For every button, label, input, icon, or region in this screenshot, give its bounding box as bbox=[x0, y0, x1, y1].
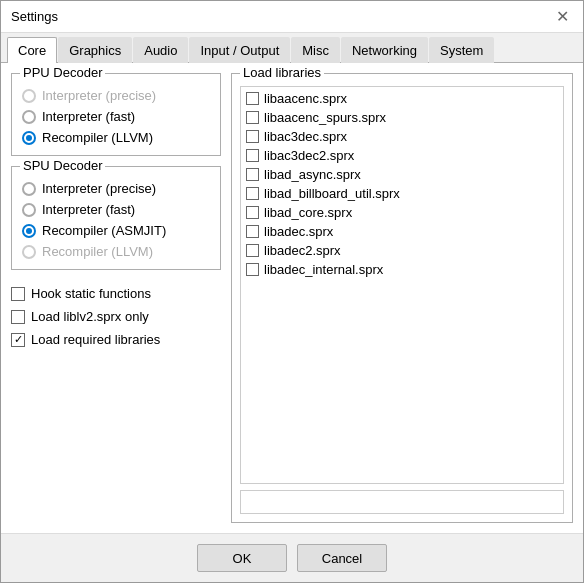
lib-name-2: libac3dec.sprx bbox=[264, 129, 347, 144]
ppu-radio-circle-0 bbox=[22, 89, 36, 103]
lib-name-9: libadec_internal.sprx bbox=[264, 262, 383, 277]
spu-radio-label-0: Interpreter (precise) bbox=[42, 181, 156, 196]
spu-radio-circle-2 bbox=[22, 224, 36, 238]
checkbox-label-1: Load liblv2.sprx only bbox=[31, 309, 149, 324]
tab-networking[interactable]: Networking bbox=[341, 37, 428, 63]
checkbox-box-2: ✓ bbox=[11, 333, 25, 347]
lib-item-3[interactable]: libac3dec2.sprx bbox=[244, 147, 560, 164]
lib-name-4: libad_async.sprx bbox=[264, 167, 361, 182]
left-panel: PPU Decoder Interpreter (precise)Interpr… bbox=[11, 73, 221, 523]
ppu-radio-label-0: Interpreter (precise) bbox=[42, 88, 156, 103]
tab-audio[interactable]: Audio bbox=[133, 37, 188, 63]
library-list[interactable]: libaacenc.sprxlibaacenc_spurs.sprxlibac3… bbox=[240, 86, 564, 484]
ppu-decoder-group: PPU Decoder Interpreter (precise)Interpr… bbox=[11, 73, 221, 156]
load-libraries-panel: Load libraries libaacenc.sprxlibaacenc_s… bbox=[231, 73, 573, 523]
footer: OK Cancel bbox=[1, 533, 583, 582]
lib-name-3: libac3dec2.sprx bbox=[264, 148, 354, 163]
checkbox-item-0[interactable]: Hook static functions bbox=[11, 286, 221, 301]
lib-item-9[interactable]: libadec_internal.sprx bbox=[244, 261, 560, 278]
library-search[interactable] bbox=[240, 490, 564, 514]
lib-name-7: libadec.sprx bbox=[264, 224, 333, 239]
spu-option-3: Recompiler (LLVM) bbox=[22, 244, 210, 259]
spu-radio-circle-1 bbox=[22, 203, 36, 217]
checkbox-item-1[interactable]: Load liblv2.sprx only bbox=[11, 309, 221, 324]
lib-item-0[interactable]: libaacenc.sprx bbox=[244, 90, 560, 107]
lib-item-8[interactable]: libadec2.sprx bbox=[244, 242, 560, 259]
ppu-option-2[interactable]: Recompiler (LLVM) bbox=[22, 130, 210, 145]
lib-checkbox-3[interactable] bbox=[246, 149, 259, 162]
spu-radio-circle-0 bbox=[22, 182, 36, 196]
spu-decoder-group: SPU Decoder Interpreter (precise)Interpr… bbox=[11, 166, 221, 270]
checkmark-2: ✓ bbox=[14, 334, 23, 345]
lib-item-5[interactable]: libad_billboard_util.sprx bbox=[244, 185, 560, 202]
checkbox-box-0 bbox=[11, 287, 25, 301]
cancel-button[interactable]: Cancel bbox=[297, 544, 387, 572]
checkbox-label-2: Load required libraries bbox=[31, 332, 160, 347]
ppu-radio-label-2: Recompiler (LLVM) bbox=[42, 130, 153, 145]
close-button[interactable]: ✕ bbox=[551, 6, 573, 28]
title-bar: Settings ✕ bbox=[1, 1, 583, 33]
ppu-radio-group: Interpreter (precise)Interpreter (fast)R… bbox=[22, 88, 210, 145]
checkbox-item-2[interactable]: ✓Load required libraries bbox=[11, 332, 221, 347]
spu-radio-group: Interpreter (precise)Interpreter (fast)R… bbox=[22, 181, 210, 259]
checkbox-box-1 bbox=[11, 310, 25, 324]
lib-checkbox-0[interactable] bbox=[246, 92, 259, 105]
lib-checkbox-9[interactable] bbox=[246, 263, 259, 276]
lib-name-5: libad_billboard_util.sprx bbox=[264, 186, 400, 201]
lib-item-1[interactable]: libaacenc_spurs.sprx bbox=[244, 109, 560, 126]
tab-core[interactable]: Core bbox=[7, 37, 57, 63]
checkbox-label-0: Hook static functions bbox=[31, 286, 151, 301]
ppu-radio-label-1: Interpreter (fast) bbox=[42, 109, 135, 124]
load-libraries-title: Load libraries bbox=[240, 65, 324, 80]
lib-checkbox-8[interactable] bbox=[246, 244, 259, 257]
main-content: PPU Decoder Interpreter (precise)Interpr… bbox=[1, 63, 583, 533]
spu-radio-label-1: Interpreter (fast) bbox=[42, 202, 135, 217]
lib-name-6: libad_core.sprx bbox=[264, 205, 352, 220]
tab-system[interactable]: System bbox=[429, 37, 494, 63]
lib-checkbox-2[interactable] bbox=[246, 130, 259, 143]
lib-name-0: libaacenc.sprx bbox=[264, 91, 347, 106]
spu-option-1[interactable]: Interpreter (fast) bbox=[22, 202, 210, 217]
ok-button[interactable]: OK bbox=[197, 544, 287, 572]
lib-name-8: libadec2.sprx bbox=[264, 243, 341, 258]
spu-decoder-title: SPU Decoder bbox=[20, 158, 105, 173]
lib-item-6[interactable]: libad_core.sprx bbox=[244, 204, 560, 221]
lib-checkbox-6[interactable] bbox=[246, 206, 259, 219]
spu-radio-label-2: Recompiler (ASMJIT) bbox=[42, 223, 166, 238]
tab-input_output[interactable]: Input / Output bbox=[189, 37, 290, 63]
ppu-decoder-title: PPU Decoder bbox=[20, 65, 105, 80]
ppu-radio-circle-2 bbox=[22, 131, 36, 145]
ppu-option-1[interactable]: Interpreter (fast) bbox=[22, 109, 210, 124]
lib-item-2[interactable]: libac3dec.sprx bbox=[244, 128, 560, 145]
lib-item-7[interactable]: libadec.sprx bbox=[244, 223, 560, 240]
window-title: Settings bbox=[11, 9, 58, 24]
spu-radio-circle-3 bbox=[22, 245, 36, 259]
lib-checkbox-5[interactable] bbox=[246, 187, 259, 200]
tab-misc[interactable]: Misc bbox=[291, 37, 340, 63]
spu-option-0[interactable]: Interpreter (precise) bbox=[22, 181, 210, 196]
lib-checkbox-1[interactable] bbox=[246, 111, 259, 124]
ppu-option-0: Interpreter (precise) bbox=[22, 88, 210, 103]
lib-name-1: libaacenc_spurs.sprx bbox=[264, 110, 386, 125]
settings-window: Settings ✕ CoreGraphicsAudioInput / Outp… bbox=[0, 0, 584, 583]
spu-option-2[interactable]: Recompiler (ASMJIT) bbox=[22, 223, 210, 238]
lib-item-4[interactable]: libad_async.sprx bbox=[244, 166, 560, 183]
lib-checkbox-7[interactable] bbox=[246, 225, 259, 238]
spu-radio-label-3: Recompiler (LLVM) bbox=[42, 244, 153, 259]
ppu-radio-circle-1 bbox=[22, 110, 36, 124]
tab-graphics[interactable]: Graphics bbox=[58, 37, 132, 63]
checkbox-section: Hook static functionsLoad liblv2.sprx on… bbox=[11, 280, 221, 353]
lib-checkbox-4[interactable] bbox=[246, 168, 259, 181]
tabs-bar: CoreGraphicsAudioInput / OutputMiscNetwo… bbox=[1, 33, 583, 63]
